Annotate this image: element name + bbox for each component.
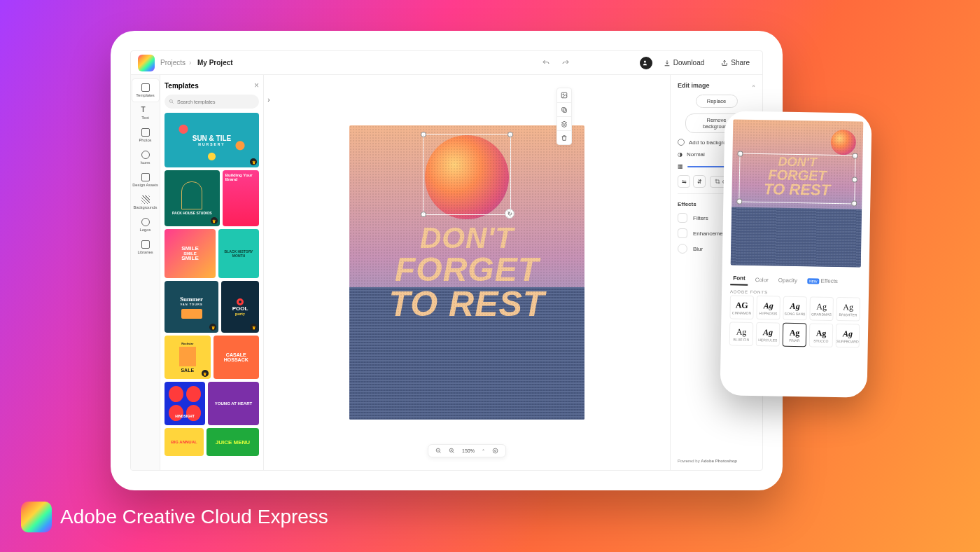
template-rockstar[interactable]: Rockstar SALE ♛ [164,336,211,379]
collapse-panel-button[interactable]: › [264,95,274,104]
nav-logos[interactable]: Logos [132,214,159,236]
template-pack-house[interactable]: PACK HOUSE STUDIOS ♛ [164,170,220,226]
text-icon: T [141,106,150,114]
layers-button[interactable] [557,116,571,130]
nav-templates[interactable]: Templates [132,79,159,102]
chevron-right-icon: › [189,59,191,67]
tab-color[interactable]: Color [752,274,771,286]
duplicate-button[interactable] [557,102,571,116]
tab-effects[interactable]: Effects [804,275,841,287]
font-option[interactable]: AgSONG SANS [783,296,807,321]
resize-handle[interactable] [507,132,513,137]
resize-handle[interactable] [736,199,742,205]
canvas-area[interactable]: DON'T FORGET TO REST ↻ [264,75,670,470]
nav-photos[interactable]: Photos [132,124,159,146]
resize-handle[interactable] [737,151,743,157]
svg-point-0 [644,61,646,63]
backgrounds-icon [141,195,150,204]
zoom-value[interactable]: 150% [462,448,475,453]
phone-tabs: Font Color Opacity Effects [730,272,860,287]
template-sun-tile[interactable]: SUN & TILE NURSERY ♛ [164,113,259,167]
resize-handle[interactable] [421,132,426,137]
template-big-annual[interactable]: BIG ANNUAL [164,428,204,456]
font-option[interactable]: AgBLUE FIN [729,322,754,346]
font-option[interactable]: AGCINNAMON [729,295,754,319]
libraries-icon [141,240,150,249]
breadcrumb[interactable]: Projects › My Project [160,59,233,67]
zoom-in-button[interactable] [449,448,455,454]
template-bhm[interactable]: BLACK HISTORY MONTH [218,229,259,278]
app-window: Projects › My Project Download Share [130,50,763,471]
template-summer[interactable]: Summer VAN TOURS ♛ [164,281,218,333]
flip-vertical-button[interactable]: ⇵ [693,175,706,188]
nav-design-assets[interactable]: Design Assets [132,169,159,191]
top-bar: Projects › My Project Download Share [131,51,762,75]
phone-selection-box[interactable] [738,153,855,205]
svg-rect-5 [562,107,566,111]
invite-button[interactable] [640,57,652,69]
flip-horizontal-button[interactable]: ⇋ [678,175,690,188]
font-option[interactable]: AgHYPNOSIS [756,296,780,320]
canvas[interactable]: DON'T FORGET TO REST ↻ [349,125,584,420]
close-panel-button[interactable]: × [752,83,755,89]
share-button[interactable]: Share [715,56,755,69]
nav-text[interactable]: TText [132,102,159,124]
canvas-orb-image[interactable] [425,135,509,219]
font-option[interactable]: AgGRANDMAS [809,296,834,321]
breadcrumb-project[interactable]: My Project [197,59,233,67]
panel-title: Edit image [678,82,710,89]
resize-handle[interactable] [852,153,858,158]
nav-backgrounds[interactable]: Backgrounds [132,191,159,214]
phone-headline[interactable]: DON'T FORGET TO REST [732,154,862,198]
redo-button[interactable] [559,56,573,70]
logos-icon [141,218,150,226]
nav-libraries[interactable]: Libraries [132,236,159,258]
template-smile[interactable]: SMILE SMILE SMILE [164,229,216,278]
replace-button[interactable]: Replace [696,95,738,108]
template-juice[interactable]: JUICE MENU [206,428,259,456]
fit-screen-button[interactable] [492,448,498,454]
template-casale[interactable]: CASALE HOSSACK [214,336,260,379]
left-nav: Templates TText Photos Icons Design Asse… [131,75,160,470]
template-young[interactable]: YOUNG AT HEART [208,382,259,425]
resize-handle[interactable] [852,177,858,182]
font-option[interactable]: AgSTUCCO [809,323,834,347]
phone-orb[interactable] [830,130,856,156]
premium-icon: ♛ [250,158,257,165]
templates-panel: Templates × SUN & TILE NURSERY ♛ [160,75,264,470]
tab-font[interactable]: Font [730,272,748,285]
opacity-icon: ▦ [678,163,683,170]
resize-handle[interactable] [851,200,857,206]
font-grid: AGCINNAMON AgHYPNOSIS AgSONG SANS AgGRAN… [729,295,860,347]
selection-box[interactable]: ↻ [423,134,511,215]
template-building-brand[interactable]: Building Your Brand [223,170,259,226]
image-tool-button[interactable] [557,88,571,102]
premium-icon: ♛ [202,370,209,377]
canvas-headline[interactable]: DON'T FORGET TO REST [349,223,584,322]
template-search-input[interactable] [177,99,255,104]
rotate-handle[interactable]: ↻ [505,209,514,219]
download-button[interactable]: Download [658,56,710,69]
font-option[interactable]: AgSURFBOARD [836,324,860,348]
template-search[interactable] [164,95,259,109]
font-option-selected[interactable]: AgFRIAR [783,323,807,347]
resize-handle[interactable] [421,212,426,217]
zoom-chevron-icon[interactable]: ⌃ [482,448,485,453]
photos-icon [141,128,150,137]
font-option[interactable]: AgHERCULES [756,322,780,347]
zoom-out-button[interactable] [435,448,442,454]
blur-icon [678,244,687,254]
tab-opacity[interactable]: Opacity [776,274,800,287]
template-pool[interactable]: POOL party ♛ [221,281,259,333]
font-option[interactable]: AgBRIGHTER [836,297,860,322]
svg-point-8 [493,448,498,453]
template-hindsight[interactable]: HINDSIGHT [164,382,205,425]
undo-button[interactable] [539,56,553,70]
brand-logo-icon [21,502,52,532]
delete-button[interactable] [557,130,571,144]
close-panel-button[interactable]: × [254,81,259,90]
phone-canvas[interactable]: DON'T FORGET TO REST [731,119,864,267]
premium-icon: ♛ [209,324,216,331]
breadcrumb-root[interactable]: Projects [160,59,186,67]
nav-icons[interactable]: Icons [132,146,159,169]
